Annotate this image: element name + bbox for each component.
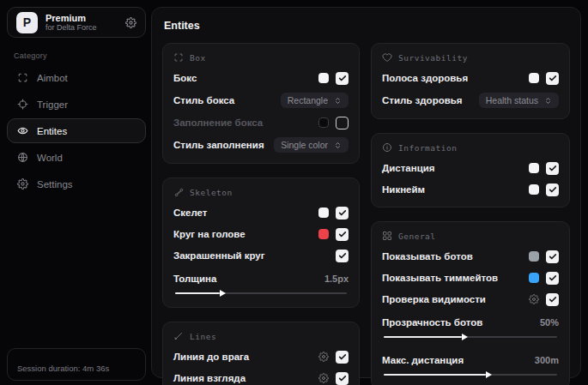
page-title: Entites <box>164 20 570 32</box>
color-swatch[interactable] <box>529 251 539 262</box>
max-distance-slider[interactable] <box>384 374 557 376</box>
sidebar-item-settings[interactable]: Settings <box>7 171 146 196</box>
setting-row-health-style: Стиль здоровья Health status <box>382 93 559 108</box>
setting-row-box-fill: Заполнение бокса <box>173 116 349 129</box>
setting-row-nickname: Никнейм <box>382 183 559 196</box>
thickness-slider[interactable] <box>175 292 347 294</box>
checkbox[interactable] <box>546 272 559 285</box>
slider-fill <box>384 374 486 376</box>
sidebar: P Premium for Delta Force Category Aimbo… <box>7 7 146 378</box>
sidebar-nav: Aimbot Trigger Entites World Settings <box>7 65 146 196</box>
slider-fill <box>175 292 220 294</box>
bot-opacity-slider[interactable] <box>384 336 557 338</box>
sidebar-item-label: Trigger <box>37 99 68 110</box>
setting-row-show-bots: Показывать ботов <box>382 250 559 263</box>
skeleton-section: Skeleton Скелет Круг на голове <box>162 177 360 308</box>
health-style-select[interactable]: Health status <box>479 93 559 108</box>
chevrons-up-down-icon <box>334 141 342 149</box>
setting-label: Полоса здоровья <box>382 73 468 83</box>
select-value: Health status <box>486 95 538 105</box>
slider-fill <box>384 336 462 338</box>
session-duration: Session duration: 4m 36s <box>7 348 146 381</box>
color-swatch[interactable] <box>529 163 539 173</box>
setting-label: Дистанция <box>382 163 434 173</box>
setting-label: Стиль бокса <box>173 95 234 105</box>
setting-label: Скелет <box>173 208 208 218</box>
setting-row-box-style: Стиль бокса Rectangle <box>173 93 349 108</box>
checkbox[interactable] <box>546 162 559 175</box>
checkbox[interactable] <box>336 250 349 262</box>
scan-icon <box>17 72 28 83</box>
scan-icon <box>173 52 184 63</box>
premium-meta: Premium for Delta Force <box>45 13 118 33</box>
setting-row-distance: Дистанция <box>382 161 559 175</box>
bot-opacity-slider-block: Прозрачность ботов 50% <box>382 316 559 340</box>
session-duration-label: Session duration: 4m 36s <box>17 364 109 373</box>
setting-row-skeleton: Скелет <box>173 206 349 220</box>
thickness-slider-block: Толщина 1.5px <box>173 272 349 297</box>
slider-value: 1.5px <box>324 274 349 284</box>
setting-label: Никнейм <box>382 184 425 195</box>
section-title: Skeleton <box>190 188 233 197</box>
setting-label: Прозрачность ботов <box>382 317 482 328</box>
main-panel: Entites Box Бокс Стиль бокса <box>151 7 581 378</box>
crosshair-icon <box>17 99 28 110</box>
checkbox[interactable] <box>336 351 349 364</box>
chevrons-up-down-icon <box>544 97 552 105</box>
checkbox[interactable] <box>546 250 559 263</box>
checkbox[interactable] <box>546 183 559 196</box>
setting-label: Линия до врага <box>173 352 249 362</box>
section-title: Survivability <box>398 53 468 63</box>
setting-label: Стиль заполнения <box>173 140 264 150</box>
info-icon <box>382 142 392 153</box>
setting-row-health-bar: Полоса здоровья <box>382 71 559 85</box>
sidebar-item-entities[interactable]: Entites <box>7 118 146 143</box>
heart-icon <box>382 52 392 63</box>
box-style-select[interactable]: Rectangle <box>281 93 349 108</box>
setting-row-vision-line: Линия взгляда <box>173 371 349 385</box>
setting-row-visibility-check: Проверка видимости <box>382 292 559 306</box>
gear-icon <box>17 178 28 189</box>
fill-style-select[interactable]: Single color <box>274 137 349 153</box>
gear-icon[interactable] <box>318 373 329 383</box>
lines-section: Lines Линия до врага Линия взгляда <box>162 322 360 385</box>
eye-icon <box>17 125 28 136</box>
color-swatch[interactable] <box>318 229 329 239</box>
color-swatch[interactable] <box>529 73 539 83</box>
setting-row-head-circle: Круг на голове <box>173 227 349 241</box>
checkbox[interactable] <box>546 293 559 306</box>
grid-icon <box>382 231 392 241</box>
checkbox[interactable] <box>336 372 349 385</box>
sidebar-item-label: Aimbot <box>37 73 68 83</box>
checkbox[interactable] <box>336 228 349 241</box>
setting-row-show-teammates: Показывать тиммейтов <box>382 271 559 285</box>
color-swatch[interactable] <box>318 208 329 218</box>
color-swatch[interactable] <box>318 73 329 83</box>
gear-icon[interactable] <box>125 17 136 28</box>
setting-label: Показывать ботов <box>382 251 473 262</box>
color-swatch[interactable] <box>529 184 539 195</box>
checkbox[interactable] <box>336 72 349 85</box>
sidebar-item-aimbot[interactable]: Aimbot <box>7 65 146 90</box>
select-value: Rectangle <box>288 95 328 105</box>
checkbox[interactable] <box>336 117 349 129</box>
sidebar-item-label: Settings <box>37 179 73 189</box>
section-title: Lines <box>190 332 216 341</box>
section-title: Information <box>398 143 457 153</box>
checkbox[interactable] <box>546 72 559 85</box>
select-value: Single color <box>281 140 328 150</box>
setting-label: Бокс <box>173 73 197 83</box>
setting-label: Круг на голове <box>173 229 246 239</box>
section-title: Box <box>190 53 206 63</box>
color-swatch[interactable] <box>529 273 539 283</box>
color-swatch[interactable] <box>318 117 329 128</box>
section-title: General <box>398 232 436 241</box>
checkbox[interactable] <box>336 207 349 220</box>
setting-row-enemy-line: Линия до врага <box>173 350 349 364</box>
sidebar-item-world[interactable]: World <box>7 145 146 170</box>
category-label: Category <box>14 51 146 60</box>
setting-label: Толщина <box>173 274 216 284</box>
gear-icon[interactable] <box>529 294 539 304</box>
sidebar-item-trigger[interactable]: Trigger <box>7 92 146 117</box>
gear-icon[interactable] <box>318 352 329 362</box>
